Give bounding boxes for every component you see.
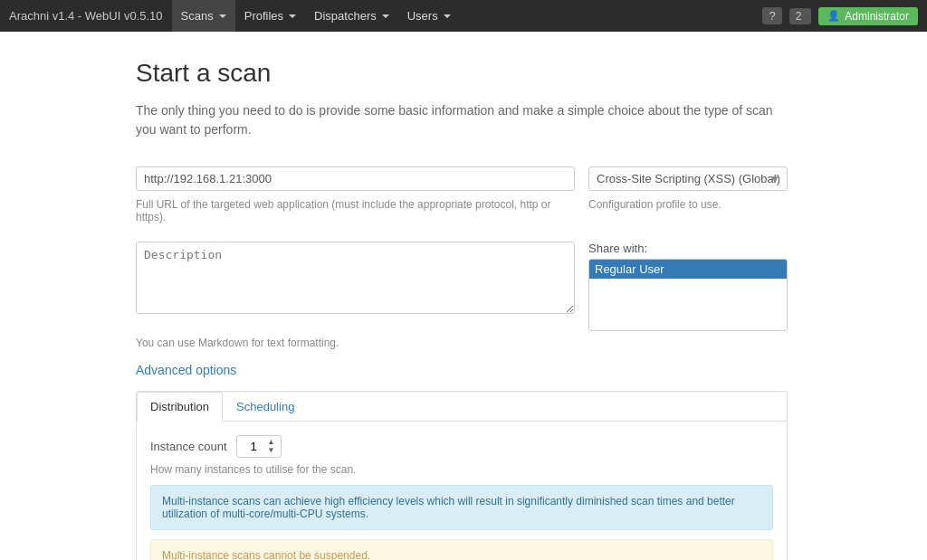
nav-dispatchers-label: Dispatchers bbox=[314, 9, 377, 23]
spinner-up-icon[interactable]: ▲ bbox=[268, 439, 275, 446]
share-wrap: Share with: Regular User bbox=[588, 242, 788, 331]
profiles-caret-icon bbox=[289, 14, 296, 18]
instance-row: Instance count ▲ ▼ bbox=[150, 435, 773, 458]
nav-scans-label: Scans bbox=[181, 9, 214, 23]
profile-help-wrap: Configuration profile to use. bbox=[588, 198, 788, 234]
scans-caret-icon bbox=[219, 14, 226, 18]
navbar-left: Arachni v1.4 - WebUI v0.5.10 Scans Profi… bbox=[9, 0, 460, 32]
advanced-options-link[interactable]: Advanced options bbox=[136, 363, 236, 377]
url-help-text: Full URL of the targeted web application… bbox=[136, 198, 575, 223]
markdown-hint: You can use Markdown for text formatting… bbox=[136, 337, 836, 349]
help-row: Full URL of the targeted web application… bbox=[136, 198, 788, 234]
navbar-right: ? 2 Administrator bbox=[762, 7, 918, 25]
scan-count: 2 bbox=[796, 10, 802, 23]
url-input[interactable] bbox=[136, 166, 575, 191]
page-description: The only thing you need to do is provide… bbox=[136, 101, 788, 139]
scan-count-badge: 2 bbox=[789, 8, 812, 24]
url-help-wrap: Full URL of the targeted web application… bbox=[136, 198, 575, 234]
advanced-section: Distribution Scheduling Instance count ▲… bbox=[136, 391, 788, 560]
help-badge[interactable]: ? bbox=[762, 7, 781, 24]
description-wrap bbox=[136, 242, 575, 331]
instance-help: How many instances to utilise for the sc… bbox=[150, 463, 773, 476]
tabs-bar: Distribution Scheduling bbox=[137, 392, 787, 422]
navbar: Arachni v1.4 - WebUI v0.5.10 Scans Profi… bbox=[0, 0, 927, 32]
tab-distribution-label: Distribution bbox=[150, 400, 209, 413]
nav-profiles-label: Profiles bbox=[244, 9, 283, 23]
instance-label: Instance count bbox=[150, 440, 227, 453]
share-label: Share with: bbox=[588, 242, 788, 255]
dispatchers-caret-icon bbox=[382, 14, 389, 18]
nav-item-profiles[interactable]: Profiles bbox=[235, 0, 305, 32]
nav-item-scans[interactable]: Scans bbox=[172, 0, 235, 32]
admin-label: Administrator bbox=[845, 10, 909, 23]
url-profile-row: Cross-Site Scripting (XSS) (Global) ▼ bbox=[136, 166, 788, 191]
share-listbox[interactable]: Regular User bbox=[588, 259, 788, 331]
users-caret-icon bbox=[444, 14, 451, 18]
tab-scheduling[interactable]: Scheduling bbox=[223, 392, 308, 422]
spinner-buttons: ▲ ▼ bbox=[268, 439, 275, 454]
app-brand: Arachni v1.4 - WebUI v0.5.10 bbox=[9, 9, 163, 23]
profile-select-wrap: Cross-Site Scripting (XSS) (Global) ▼ bbox=[588, 166, 788, 191]
warning-box: Multi-instance scans cannot be suspended… bbox=[150, 539, 773, 560]
url-field bbox=[136, 166, 575, 191]
instance-count-input[interactable] bbox=[243, 440, 265, 453]
instance-spinner: ▲ ▼ bbox=[236, 435, 282, 458]
page-title: Start a scan bbox=[136, 59, 836, 88]
desc-share-row: Share with: Regular User bbox=[136, 242, 788, 331]
spinner-down-icon[interactable]: ▼ bbox=[268, 447, 275, 454]
nav-item-dispatchers[interactable]: Dispatchers bbox=[305, 0, 398, 32]
nav-item-users[interactable]: Users bbox=[398, 0, 460, 32]
nav-users-label: Users bbox=[407, 9, 438, 23]
info-text: Multi-instance scans can achieve high ef… bbox=[162, 495, 735, 520]
description-textarea[interactable] bbox=[136, 242, 575, 314]
admin-button[interactable]: Administrator bbox=[818, 7, 918, 25]
main-content: Start a scan The only thing you need to … bbox=[0, 32, 927, 560]
warning-text: Multi-instance scans cannot be suspended… bbox=[162, 549, 370, 560]
info-box: Multi-instance scans can achieve high ef… bbox=[150, 485, 773, 530]
tab-scheduling-label: Scheduling bbox=[236, 400, 294, 413]
tab-content: Instance count ▲ ▼ How many instances to… bbox=[137, 422, 787, 560]
tab-distribution[interactable]: Distribution bbox=[137, 392, 223, 422]
profile-select[interactable]: Cross-Site Scripting (XSS) (Global) bbox=[588, 166, 788, 191]
share-user-item[interactable]: Regular User bbox=[589, 260, 787, 279]
profile-help-text: Configuration profile to use. bbox=[588, 198, 788, 211]
